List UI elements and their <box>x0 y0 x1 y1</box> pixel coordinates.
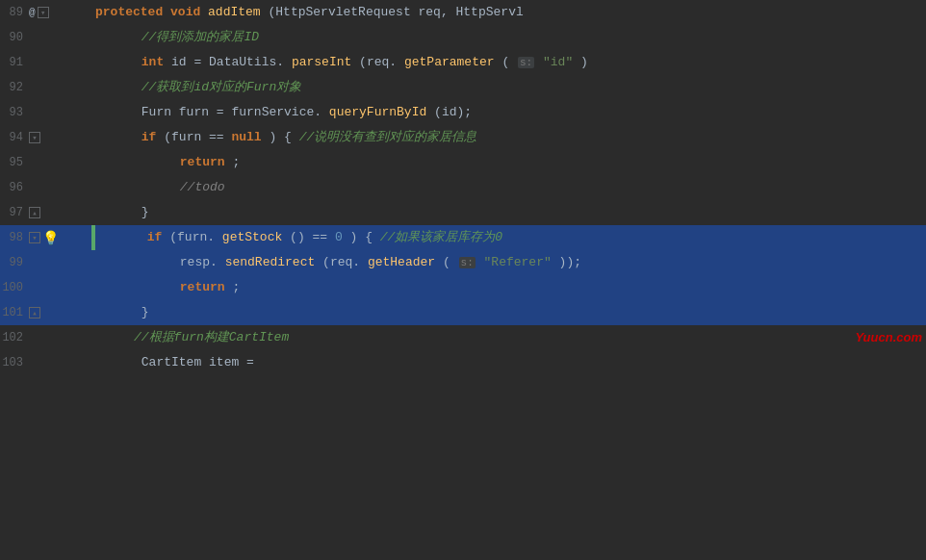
line-number-97: 97 <box>0 206 29 219</box>
code-line-97: 97 ▴ } <box>0 200 926 225</box>
line-number-92: 92 <box>0 81 29 94</box>
fold-icon-97[interactable]: ▴ <box>29 207 40 218</box>
line-number-area-98: 98 ▾ 💡 <box>0 230 91 246</box>
line-number-103: 103 <box>0 356 29 369</box>
keyword-return-95: return <box>180 155 225 169</box>
line-number-102: 102 <box>0 331 29 344</box>
line-icons-101: ▴ <box>29 307 67 318</box>
line-number-99: 99 <box>0 256 29 269</box>
code-line-92: 92 //获取到id对应的Furn对象 <box>0 75 926 100</box>
line-number-93: 93 <box>0 106 29 119</box>
method-getheader: getHeader <box>368 255 435 269</box>
line-number-area-94: 94 ▾ <box>0 131 91 144</box>
keyword-null-94: null <box>231 130 261 144</box>
line-number-area-90: 90 <box>0 31 91 44</box>
line-number-area-96: 96 <box>0 181 91 194</box>
code-line-99: 99 resp. sendRedirect (req. getHeader ( … <box>0 250 926 275</box>
method-getstock: getStock <box>222 230 282 244</box>
code-content-96: //todo <box>91 175 926 200</box>
line-number-area-89: 89 @ ▾ <box>0 6 91 19</box>
method-parseint: parseInt <box>292 55 351 69</box>
line-number-90: 90 <box>0 31 29 44</box>
line-number-98: 98 <box>0 231 29 244</box>
line-icons-98: ▾ 💡 <box>29 230 67 246</box>
fold-icon-98[interactable]: ▾ <box>29 232 40 243</box>
string-id: "id" <box>543 55 573 69</box>
code-line-89: 89 @ ▾ protected void addItem (HttpServl… <box>0 0 926 25</box>
code-content-97: } <box>91 200 926 225</box>
param-label-s: s: <box>518 57 534 68</box>
code-content-90: //得到添加的家居ID <box>91 25 926 50</box>
line-number-area-91: 91 <box>0 56 91 69</box>
yuucn-watermark: Yuucn.com <box>855 328 922 347</box>
line-icons-89: @ ▾ <box>29 7 67 18</box>
code-line-98: 98 ▾ 💡 if (furn. getStock () == 0 ) { //… <box>0 225 926 250</box>
number-0-98: 0 <box>335 230 343 244</box>
line-number-96: 96 <box>0 181 29 194</box>
line-number-94: 94 <box>0 131 29 144</box>
code-line-101: 101 ▴ } <box>0 300 926 325</box>
line-number-area-100: 100 <box>0 281 91 294</box>
keyword-return-100: return <box>180 280 225 294</box>
method-sendredirect: sendRedirect <box>225 255 316 269</box>
code-content-100: return ; <box>91 275 926 300</box>
code-content-95: return ; <box>91 150 926 175</box>
code-content-92: //获取到id对应的Furn对象 <box>91 75 926 100</box>
comment-90: //得到添加的家居ID <box>141 30 259 44</box>
line-number-area-103: 103 <box>0 356 91 369</box>
method-queryfurnbyid: queryFurnById <box>329 105 426 119</box>
line-number-area-99: 99 <box>0 256 91 269</box>
keyword-protected: protected <box>95 5 163 19</box>
line-number-91: 91 <box>0 56 29 69</box>
code-content-89: protected void addItem (HttpServletReque… <box>91 0 926 25</box>
fold-icon-89[interactable]: ▾ <box>38 7 49 18</box>
line-number-89: 89 <box>0 6 29 19</box>
comment-94: //说明没有查到对应的家居信息 <box>299 130 477 144</box>
green-bar-98 <box>91 225 95 250</box>
comment-98: //如果该家居库存为0 <box>380 230 502 244</box>
code-line-96: 96 //todo <box>0 175 926 200</box>
fold-icon-94[interactable]: ▾ <box>29 132 40 143</box>
code-content-94: if (furn == null ) { //说明没有查到对应的家居信息 <box>91 125 926 150</box>
line-number-area-97: 97 ▴ <box>0 206 91 219</box>
method-additem: addItem <box>208 5 261 19</box>
line-number-area-93: 93 <box>0 106 91 119</box>
line-number-101: 101 <box>0 306 29 319</box>
keyword-int-91: int <box>141 55 164 69</box>
fold-icon-101[interactable]: ▴ <box>29 307 40 318</box>
code-content-103: CartItem item = <box>91 350 926 375</box>
line-number-area-101: 101 ▴ <box>0 306 91 319</box>
comment-todo-96: //todo <box>180 180 225 194</box>
method-getparameter: getParameter <box>404 55 495 69</box>
code-line-90: 90 //得到添加的家居ID <box>0 25 926 50</box>
line-icons-97: ▴ <box>29 207 67 218</box>
keyword-void: void <box>170 5 200 19</box>
line-number-area-102: 102 <box>0 331 91 344</box>
code-line-95: 95 return ; <box>0 150 926 175</box>
line-number-95: 95 <box>0 156 29 169</box>
code-line-93: 93 Furn furn = furnService. queryFurnByI… <box>0 100 926 125</box>
line-number-area-95: 95 <box>0 156 91 169</box>
code-line-94: 94 ▾ if (furn == null ) { //说明没有查到对应的家居信… <box>0 125 926 150</box>
string-referer: "Referer" <box>484 255 552 269</box>
keyword-if-94: if <box>141 130 157 144</box>
code-line-102: 102 //根据furn构建CartItem Yuucn.com <box>0 325 926 350</box>
code-content-101: } <box>91 300 926 325</box>
param-label-s-99: s: <box>459 257 476 268</box>
code-content-99: resp. sendRedirect (req. getHeader ( s: … <box>91 250 926 275</box>
code-content-91: int id = DataUtils. parseInt (req. getPa… <box>91 50 926 75</box>
line-number-100: 100 <box>0 281 29 294</box>
comment-102: //根据furn构建CartItem <box>134 328 289 347</box>
code-content-98: if (furn. getStock () == 0 ) { //如果该家居库存… <box>97 225 926 250</box>
keyword-if-98: if <box>147 230 163 244</box>
code-line-103: 103 CartItem item = <box>0 350 926 375</box>
line-icons-94: ▾ <box>29 132 67 143</box>
code-line-91: 91 int id = DataUtils. parseInt (req. ge… <box>0 50 926 75</box>
code-line-100: 100 return ; <box>0 275 926 300</box>
code-editor: 89 @ ▾ protected void addItem (HttpServl… <box>0 0 926 560</box>
at-icon: @ <box>29 7 36 18</box>
comment-92: //获取到id对应的Furn对象 <box>141 80 301 94</box>
bulb-icon-98[interactable]: 💡 <box>42 230 59 246</box>
code-content-93: Furn furn = furnService. queryFurnById (… <box>91 100 926 125</box>
line-number-area-92: 92 <box>0 81 91 94</box>
